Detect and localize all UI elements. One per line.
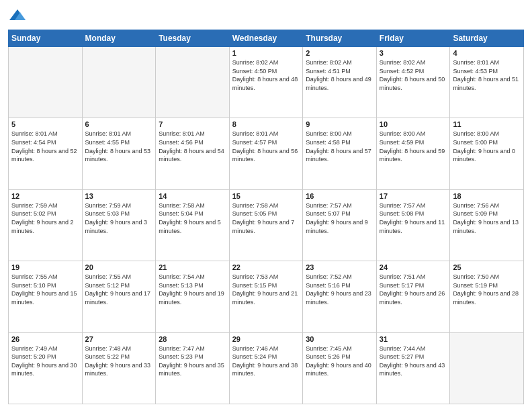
day-info: Sunrise: 8:00 AMSunset: 4:58 PMDaylight:… [306, 130, 373, 163]
day-number: 22 [232, 263, 300, 271]
day-number: 3 [380, 49, 447, 57]
calendar-header-row: SundayMondayTuesdayWednesdayThursdayFrid… [9, 30, 524, 47]
calendar-day-cell: 28 Sunrise: 7:47 AMSunset: 5:23 PMDaylig… [156, 332, 230, 404]
day-info: Sunrise: 7:56 AMSunset: 5:09 PMDaylight:… [453, 201, 521, 235]
day-info: Sunrise: 7:57 AMSunset: 5:07 PMDaylight:… [306, 201, 373, 235]
calendar-day-cell: 21 Sunrise: 7:54 AMSunset: 5:13 PMDaylig… [156, 261, 230, 332]
calendar-week-row: 1 Sunrise: 8:02 AMSunset: 4:50 PMDayligh… [9, 47, 524, 118]
calendar-day-cell: 3 Sunrise: 8:02 AMSunset: 4:52 PMDayligh… [376, 47, 450, 118]
day-number: 25 [453, 263, 521, 271]
day-info: Sunrise: 7:51 AMSunset: 5:17 PMDaylight:… [380, 273, 447, 306]
calendar-day-header: Wednesday [229, 30, 303, 47]
calendar-day-cell: 27 Sunrise: 7:48 AMSunset: 5:22 PMDaylig… [82, 332, 156, 404]
calendar-day-cell: 20 Sunrise: 7:55 AMSunset: 5:12 PMDaylig… [82, 261, 156, 332]
calendar-day-cell: 12 Sunrise: 7:59 AMSunset: 5:02 PMDaylig… [9, 189, 83, 261]
calendar-week-row: 12 Sunrise: 7:59 AMSunset: 5:02 PMDaylig… [9, 189, 524, 261]
day-info: Sunrise: 7:46 AMSunset: 5:24 PMDaylight:… [232, 345, 300, 378]
calendar-week-row: 5 Sunrise: 8:01 AMSunset: 4:54 PMDayligh… [9, 118, 524, 189]
calendar-day-cell: 11 Sunrise: 8:00 AMSunset: 5:00 PMDaylig… [450, 118, 524, 189]
page: SundayMondayTuesdayWednesdayThursdayFrid… [0, 0, 532, 411]
day-number: 20 [85, 263, 153, 271]
day-info: Sunrise: 8:01 AMSunset: 4:56 PMDaylight:… [159, 130, 226, 163]
calendar-day-cell: 5 Sunrise: 8:01 AMSunset: 4:54 PMDayligh… [9, 118, 83, 189]
day-info: Sunrise: 8:00 AMSunset: 4:59 PMDaylight:… [380, 130, 447, 163]
day-info: Sunrise: 7:48 AMSunset: 5:22 PMDaylight:… [85, 345, 153, 378]
day-info: Sunrise: 8:01 AMSunset: 4:53 PMDaylight:… [453, 58, 521, 92]
day-number: 14 [159, 192, 226, 200]
day-info: Sunrise: 8:00 AMSunset: 5:00 PMDaylight:… [453, 130, 521, 163]
day-number: 6 [85, 120, 153, 128]
header [8, 7, 524, 26]
calendar-day-cell: 22 Sunrise: 7:53 AMSunset: 5:15 PMDaylig… [229, 261, 303, 332]
calendar: SundayMondayTuesdayWednesdayThursdayFrid… [8, 30, 524, 404]
calendar-day-cell [82, 47, 156, 118]
calendar-day-cell: 23 Sunrise: 7:52 AMSunset: 5:16 PMDaylig… [303, 261, 377, 332]
calendar-day-header: Tuesday [156, 30, 230, 47]
day-info: Sunrise: 7:59 AMSunset: 5:03 PMDaylight:… [85, 201, 153, 235]
calendar-week-row: 26 Sunrise: 7:49 AMSunset: 5:20 PMDaylig… [9, 332, 524, 404]
day-info: Sunrise: 8:01 AMSunset: 4:54 PMDaylight:… [11, 130, 79, 163]
day-number: 28 [159, 335, 226, 343]
day-info: Sunrise: 7:54 AMSunset: 5:13 PMDaylight:… [159, 273, 226, 306]
calendar-day-cell: 26 Sunrise: 7:49 AMSunset: 5:20 PMDaylig… [9, 332, 83, 404]
day-info: Sunrise: 7:58 AMSunset: 5:04 PMDaylight:… [159, 201, 226, 235]
day-number: 26 [11, 335, 79, 343]
calendar-day-header: Saturday [450, 30, 524, 47]
calendar-day-header: Friday [376, 30, 450, 47]
day-info: Sunrise: 7:49 AMSunset: 5:20 PMDaylight:… [11, 345, 79, 378]
calendar-day-cell: 18 Sunrise: 7:56 AMSunset: 5:09 PMDaylig… [450, 189, 524, 261]
calendar-day-cell: 24 Sunrise: 7:51 AMSunset: 5:17 PMDaylig… [376, 261, 450, 332]
day-number: 19 [11, 263, 79, 271]
calendar-day-cell: 4 Sunrise: 8:01 AMSunset: 4:53 PMDayligh… [450, 47, 524, 118]
calendar-day-cell: 14 Sunrise: 7:58 AMSunset: 5:04 PMDaylig… [156, 189, 230, 261]
day-number: 1 [232, 49, 300, 57]
day-number: 10 [380, 120, 447, 128]
day-info: Sunrise: 7:57 AMSunset: 5:08 PMDaylight:… [380, 201, 447, 235]
day-number: 12 [11, 192, 79, 200]
day-number: 30 [306, 335, 373, 343]
calendar-day-cell: 7 Sunrise: 8:01 AMSunset: 4:56 PMDayligh… [156, 118, 230, 189]
day-info: Sunrise: 8:01 AMSunset: 4:55 PMDaylight:… [85, 130, 153, 163]
day-info: Sunrise: 7:53 AMSunset: 5:15 PMDaylight:… [232, 273, 300, 306]
day-number: 27 [85, 335, 153, 343]
calendar-day-header: Monday [82, 30, 156, 47]
calendar-day-cell [450, 332, 524, 404]
calendar-day-cell: 6 Sunrise: 8:01 AMSunset: 4:55 PMDayligh… [82, 118, 156, 189]
day-number: 13 [85, 192, 153, 200]
calendar-day-cell [156, 47, 230, 118]
day-number: 18 [453, 192, 521, 200]
calendar-day-cell: 2 Sunrise: 8:02 AMSunset: 4:51 PMDayligh… [303, 47, 377, 118]
day-info: Sunrise: 8:01 AMSunset: 4:57 PMDaylight:… [232, 130, 300, 163]
day-number: 17 [380, 192, 447, 200]
day-info: Sunrise: 7:44 AMSunset: 5:27 PMDaylight:… [380, 345, 447, 378]
calendar-day-cell: 25 Sunrise: 7:50 AMSunset: 5:19 PMDaylig… [450, 261, 524, 332]
day-info: Sunrise: 8:02 AMSunset: 4:52 PMDaylight:… [380, 58, 447, 92]
day-info: Sunrise: 7:55 AMSunset: 5:12 PMDaylight:… [85, 273, 153, 306]
logo-icon [8, 7, 27, 26]
day-number: 11 [453, 120, 521, 128]
day-number: 5 [11, 120, 79, 128]
calendar-day-header: Thursday [303, 30, 377, 47]
calendar-day-cell: 8 Sunrise: 8:01 AMSunset: 4:57 PMDayligh… [229, 118, 303, 189]
day-info: Sunrise: 7:58 AMSunset: 5:05 PMDaylight:… [232, 201, 300, 235]
day-number: 8 [232, 120, 300, 128]
day-info: Sunrise: 8:02 AMSunset: 4:50 PMDaylight:… [232, 58, 300, 92]
calendar-day-header: Sunday [9, 30, 83, 47]
day-number: 21 [159, 263, 226, 271]
day-number: 9 [306, 120, 373, 128]
calendar-day-cell: 19 Sunrise: 7:55 AMSunset: 5:10 PMDaylig… [9, 261, 83, 332]
calendar-day-cell: 29 Sunrise: 7:46 AMSunset: 5:24 PMDaylig… [229, 332, 303, 404]
day-info: Sunrise: 7:45 AMSunset: 5:26 PMDaylight:… [306, 345, 373, 378]
calendar-day-cell [9, 47, 83, 118]
day-number: 29 [232, 335, 300, 343]
logo [8, 7, 30, 26]
calendar-day-cell: 10 Sunrise: 8:00 AMSunset: 4:59 PMDaylig… [376, 118, 450, 189]
day-number: 24 [380, 263, 447, 271]
day-info: Sunrise: 7:50 AMSunset: 5:19 PMDaylight:… [453, 273, 521, 306]
day-number: 2 [306, 49, 373, 57]
day-info: Sunrise: 7:47 AMSunset: 5:23 PMDaylight:… [159, 345, 226, 378]
day-number: 7 [159, 120, 226, 128]
calendar-day-cell: 16 Sunrise: 7:57 AMSunset: 5:07 PMDaylig… [303, 189, 377, 261]
calendar-day-cell: 30 Sunrise: 7:45 AMSunset: 5:26 PMDaylig… [303, 332, 377, 404]
calendar-day-cell: 13 Sunrise: 7:59 AMSunset: 5:03 PMDaylig… [82, 189, 156, 261]
